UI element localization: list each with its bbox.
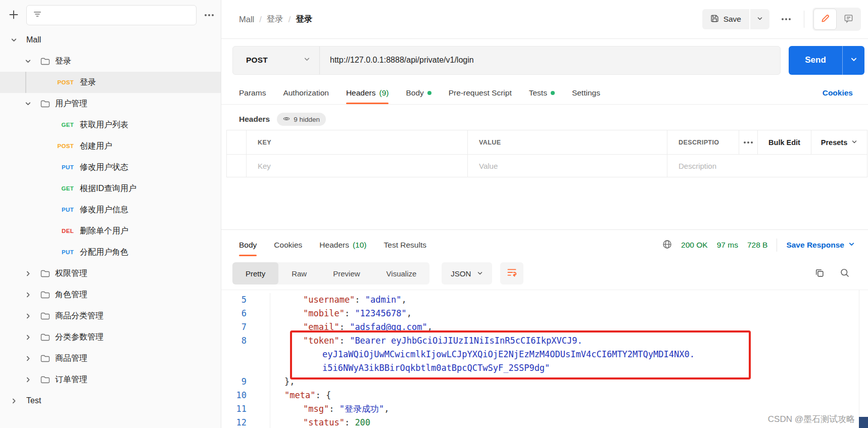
chevron-right-icon[interactable] <box>24 334 31 341</box>
scrollbar-track[interactable] <box>859 290 859 428</box>
response-size: 728 B <box>747 241 768 250</box>
save-options-button[interactable] <box>750 9 769 29</box>
wrap-lines-button[interactable] <box>500 262 523 284</box>
search-response-button[interactable] <box>840 268 850 279</box>
chevron-down-icon[interactable] <box>24 58 31 65</box>
hidden-headers-badge[interactable]: 9 hidden <box>277 113 326 126</box>
response-tab-test-results[interactable]: Test Results <box>384 230 426 260</box>
response-tab-body[interactable]: Body <box>239 230 257 260</box>
method-select[interactable]: POST <box>233 46 320 74</box>
line-number: 8 <box>221 334 270 348</box>
save-label: Save <box>724 15 741 24</box>
sidebar-folder-16[interactable]: 订单管理 <box>0 369 221 390</box>
sidebar-request-9[interactable]: DEL删除单个用户 <box>0 220 221 242</box>
column-description: DESCRIPTIO <box>667 130 739 154</box>
folder-icon <box>40 354 50 362</box>
sidebar-request-5[interactable]: POST创建用户 <box>0 135 221 157</box>
chevron-right-icon[interactable] <box>10 398 17 404</box>
send-options-button[interactable] <box>842 46 864 75</box>
response-body-viewer[interactable]: 5"username": "admin",6"mobile": "1234567… <box>221 290 868 428</box>
line-number: 7 <box>221 320 270 334</box>
sidebar-folder-1[interactable]: 登录 <box>0 51 221 72</box>
sidebar-folder-13[interactable]: 商品分类管理 <box>0 305 221 326</box>
cookies-link[interactable]: Cookies <box>823 88 853 98</box>
search-input[interactable] <box>47 11 190 19</box>
sidebar-request-2[interactable]: POST登录 <box>0 72 221 93</box>
tab-body[interactable]: Body <box>406 81 431 104</box>
sidebar-folder-12[interactable]: 角色管理 <box>0 284 221 305</box>
tab-params[interactable]: Params <box>239 81 266 104</box>
breadcrumb-request: 登录 <box>296 14 312 25</box>
tab-settings[interactable]: Settings <box>572 81 600 104</box>
headers-table-row <box>226 154 867 177</box>
sidebar-request-7[interactable]: GET根据ID查询用户 <box>0 178 221 199</box>
response-view-row: PrettyRawPreviewVisualize JSON <box>221 260 868 290</box>
item-label: Mall <box>26 35 41 44</box>
breadcrumb-collection[interactable]: Mall <box>239 15 254 24</box>
tab-pre-request-script[interactable]: Pre-request Script <box>449 81 512 104</box>
chevron-right-icon[interactable] <box>24 270 31 277</box>
bulk-edit-button[interactable]: Bulk Edit <box>757 130 811 154</box>
chevron-right-icon[interactable] <box>24 313 31 319</box>
view-tab-pretty[interactable]: Pretty <box>232 262 278 284</box>
json-code: 5"username": "admin",6"mobile": "1234567… <box>221 293 868 428</box>
url-input[interactable] <box>320 56 780 65</box>
tab-authorization[interactable]: Authorization <box>283 81 328 104</box>
sidebar-folder-3[interactable]: 用户管理 <box>0 93 221 114</box>
column-value: VALUE <box>467 130 667 154</box>
sidebar-collection-17[interactable]: Test <box>0 390 221 411</box>
sidebar-collection-0[interactable]: Mall <box>0 29 221 51</box>
search-box[interactable] <box>26 5 197 25</box>
response-tab-headers[interactable]: Headers(10) <box>319 230 366 260</box>
save-response-button[interactable]: Save Response <box>786 241 855 250</box>
item-label: 修改用户状态 <box>80 162 128 173</box>
description-input[interactable] <box>679 162 867 170</box>
tab-tests[interactable]: Tests <box>529 81 555 104</box>
sidebar-request-10[interactable]: PUT分配用户角色 <box>0 242 221 263</box>
save-button[interactable]: Save <box>702 9 749 29</box>
table-more-icon[interactable] <box>739 130 757 154</box>
code-line: 6"mobile": "12345678", <box>221 307 868 320</box>
value-input[interactable] <box>479 162 667 170</box>
response-status: 200 OK 97 ms 728 B Save Response <box>662 239 855 252</box>
format-dropdown[interactable]: JSON <box>442 262 492 284</box>
view-tab-visualize[interactable]: Visualize <box>373 262 430 284</box>
view-tab-preview[interactable]: Preview <box>320 262 373 284</box>
eye-icon <box>283 115 290 124</box>
chevron-down-icon[interactable] <box>24 101 31 107</box>
tab-label: Settings <box>572 88 600 98</box>
sidebar-folder-15[interactable]: 商品管理 <box>0 348 221 369</box>
comments-button[interactable] <box>837 9 860 30</box>
send-button[interactable]: Send <box>789 46 842 75</box>
sidebar-more-icon[interactable] <box>203 12 216 18</box>
chevron-down-icon <box>757 16 763 23</box>
tab-headers[interactable]: Headers(9) <box>346 81 389 104</box>
request-more-icon[interactable] <box>780 16 793 22</box>
copy-icon <box>814 268 825 279</box>
globe-icon[interactable] <box>662 240 672 251</box>
main-panel: Mall / 登录 / 登录 Save <box>221 0 868 428</box>
chevron-right-icon[interactable] <box>24 292 31 298</box>
chevron-right-icon[interactable] <box>24 376 31 383</box>
sidebar-request-8[interactable]: PUT修改用户信息 <box>0 199 221 220</box>
copy-button[interactable] <box>814 268 825 279</box>
edit-mode-button[interactable] <box>813 9 837 30</box>
sidebar-folder-11[interactable]: 权限管理 <box>0 263 221 284</box>
sidebar-request-6[interactable]: PUT修改用户状态 <box>0 157 221 178</box>
line-number: 12 <box>221 416 270 428</box>
breadcrumb-folder[interactable]: 登录 <box>267 14 283 25</box>
chevron-right-icon[interactable] <box>24 355 31 362</box>
response-tab-cookies[interactable]: Cookies <box>274 230 302 260</box>
item-label: 用户管理 <box>55 99 87 109</box>
chevron-down-icon[interactable] <box>10 37 17 43</box>
sidebar-request-4[interactable]: GET获取用户列表 <box>0 114 221 135</box>
method-badge: PUT <box>49 249 74 255</box>
view-tab-raw[interactable]: Raw <box>278 262 320 284</box>
key-input[interactable] <box>258 162 467 170</box>
status-code: 200 OK <box>681 241 708 250</box>
format-label: JSON <box>451 269 471 278</box>
presets-label: Presets <box>821 138 847 147</box>
new-button[interactable] <box>7 9 20 22</box>
sidebar-folder-14[interactable]: 分类参数管理 <box>0 326 221 348</box>
presets-dropdown[interactable]: Presets <box>811 130 867 154</box>
